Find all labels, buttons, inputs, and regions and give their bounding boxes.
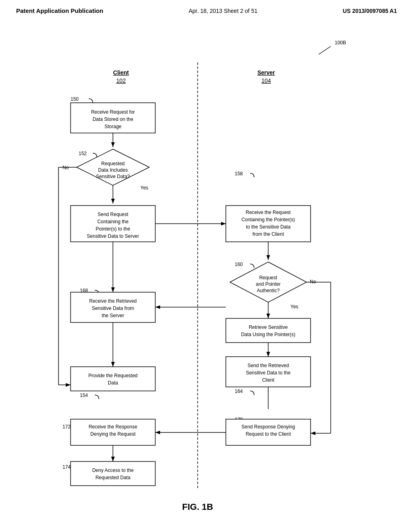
text-receive-request-2: Data Stored on the <box>93 116 133 122</box>
text-receive-request-3: Storage <box>104 124 121 129</box>
box-provide <box>71 367 155 391</box>
text-recv-ptr-3: to the Sensitive Data <box>246 224 291 230</box>
text-receive-retrieved-1: Receive the Retrieved <box>89 298 137 304</box>
label-yes-auth: Yes <box>290 304 298 310</box>
text-send-request-4: Sensitive Data to Server <box>87 233 139 239</box>
text-send-retrieved-3: Client <box>262 377 275 383</box>
box-deny-access <box>71 461 155 486</box>
text-deny-access-2: Requested Data <box>96 475 131 480</box>
text-recv-ptr-4: from the Client <box>252 231 284 237</box>
text-receive-deny-2: Denying the Request <box>90 431 136 437</box>
text-send-request-2: Containing the <box>97 219 129 224</box>
server-label: Server <box>257 69 275 76</box>
ref-164: 164 <box>235 389 243 394</box>
text-recv-ptr-1: Receive the Request <box>246 210 291 215</box>
client-label: Client <box>113 69 129 76</box>
page-header: Patent Application Publication Apr. 18, … <box>0 0 413 18</box>
text-sensitive-3: Sensitive Data? <box>96 174 130 179</box>
text-deny-access-1: Deny Access to the <box>92 468 134 473</box>
text-send-request-1: Send Request <box>98 212 129 217</box>
text-sensitive-1: Requested <box>101 161 125 166</box>
text-auth-1: Request <box>259 275 277 281</box>
ref-150: 150 <box>71 96 79 102</box>
text-send-retrieved-2: Sensitive Data to the <box>246 370 291 376</box>
ref-172: 172 <box>63 424 71 430</box>
text-provide-1: Provide the Requested <box>88 373 138 378</box>
text-send-deny-2: Request to the Client <box>246 431 291 437</box>
text-auth-3: Authentic? <box>257 288 280 293</box>
box-retrieve <box>226 318 311 343</box>
text-receive-retrieved-2: Sensitive Data from <box>92 305 134 311</box>
client-number: 102 <box>116 77 126 84</box>
text-recv-ptr-2: Containing the Pointer(s) <box>242 217 295 222</box>
diagram-ref-label: 100B <box>335 40 346 46</box>
flowchart-svg: 100B Client 102 Server 104 150 Receive R… <box>0 22 413 514</box>
label-no-sensitive: No <box>63 165 69 170</box>
text-sensitive-2: Data Includes <box>98 167 127 173</box>
label-yes-sensitive: Yes <box>140 185 148 191</box>
text-send-retrieved-1: Send the Retrieved <box>248 363 289 368</box>
header-publication-title: Patent Application Publication <box>16 7 103 14</box>
text-retrieve-1: Retrieve Sensitive <box>249 324 288 330</box>
ref-152: 152 <box>79 151 87 156</box>
text-receive-retrieved-3: the Server <box>102 313 124 318</box>
ref-160: 160 <box>235 262 243 267</box>
header-date-sheet: Apr. 18, 2013 Sheet 2 of 51 <box>189 8 257 14</box>
svg-line-2 <box>319 46 331 54</box>
figure-label: FIG. 1B <box>182 502 213 512</box>
text-auth-2: and Pointer <box>256 281 280 287</box>
text-receive-deny-1: Receive the Response <box>89 424 138 430</box>
ref-158: 158 <box>235 171 243 177</box>
text-provide-2: Data <box>108 380 118 386</box>
diagram-container: 100B Client 102 Server 104 150 Receive R… <box>0 22 413 514</box>
text-receive-request-1: Receive Request for <box>91 109 135 115</box>
text-send-deny-1: Send Response Denying <box>242 424 295 430</box>
server-number: 104 <box>261 77 271 84</box>
header-patent-number: US 2013/0097085 A1 <box>343 8 397 14</box>
text-send-request-3: Pointer(s) to the <box>96 226 130 232</box>
ref-174: 174 <box>63 464 71 470</box>
ref-154: 154 <box>80 393 88 398</box>
text-retrieve-2: Data Using the Pointer(s) <box>241 332 296 337</box>
label-no-auth: No <box>310 279 316 285</box>
